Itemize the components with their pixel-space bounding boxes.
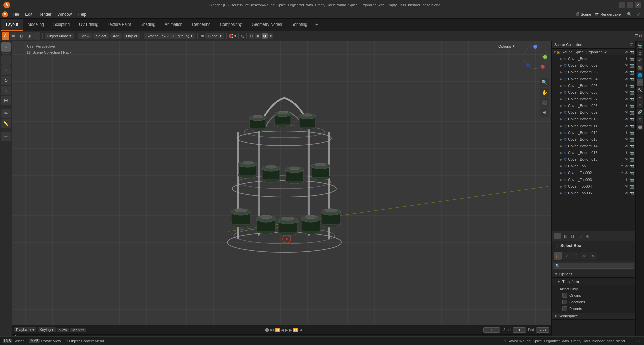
outliner-item-10[interactable]: ▶ ▽ Cover_Bottom011 👁📷 (552, 122, 635, 129)
tab-compositing[interactable]: Compositing (215, 19, 247, 31)
playback-menu-btn[interactable]: Playback ▾ (14, 327, 36, 332)
workspace-section-header[interactable]: ▼ Workspace (552, 313, 635, 320)
snap-magnet-icon[interactable]: 🧲 (229, 34, 234, 38)
cam-16[interactable]: 📷 (629, 164, 634, 168)
outliner-root-item[interactable]: ▼ ▣ Round_Spice_Organizer_w 👁 📷 (552, 49, 635, 55)
eye-17[interactable]: 👁 (624, 171, 629, 175)
cam-9[interactable]: 📷 (629, 117, 634, 121)
jump-end-btn[interactable]: ⏭ (299, 328, 303, 332)
select-extra-icon-btn[interactable]: ⊗ (589, 252, 597, 260)
outliner-item-14[interactable]: ▶ ▽ Cover_Bottom015 👁📷 (552, 149, 635, 156)
outliner-item-4[interactable]: ▶ ▽ Cover_Bottom005 👁📷 (552, 82, 635, 89)
add-menu-btn[interactable]: Add (110, 33, 122, 39)
constraints-props-icon[interactable]: 🔗 (637, 109, 643, 115)
next-frame-btn[interactable]: ▶ (289, 328, 292, 332)
eye-15[interactable]: 👁 (624, 157, 629, 162)
gizmo-z-label[interactable]: Z (534, 44, 537, 48)
props-layout-icon[interactable]: ⊞ (554, 233, 561, 239)
tab-scripting[interactable]: Scripting (287, 19, 312, 31)
annotate-tool-btn[interactable]: ✏ (1, 109, 11, 118)
plugin-btn[interactable]: RetopoFlow 3.2.6 (github) ▾ (144, 33, 195, 39)
rotate-tool-btn[interactable]: ↻ (1, 76, 11, 85)
select-menu-btn[interactable]: Select (93, 33, 109, 39)
eye-18[interactable]: 👁 (624, 178, 629, 182)
close-button[interactable]: ✕ (635, 2, 641, 8)
outliner-item-6[interactable]: ▶ ▽ Cover_Bottom007 👁📷 (552, 96, 635, 102)
viewport[interactable]: User Perspective (1) Scene Collection | … (12, 41, 551, 325)
cam-17[interactable]: 📷 (629, 171, 634, 175)
physics-props-icon[interactable]: ⚛ (637, 101, 643, 108)
menu-render[interactable]: Render (36, 11, 54, 17)
props-icon1[interactable]: ◧ (562, 233, 569, 239)
end-frame-input[interactable] (536, 327, 549, 333)
minimize-button[interactable]: ─ (619, 2, 625, 8)
cam-1[interactable]: 📷 (629, 63, 634, 68)
cam-5[interactable]: 📷 (629, 90, 634, 95)
outliner-item-19[interactable]: ▶ ▽ Cover_Top004 👁📷 (552, 183, 635, 190)
material-props-icon[interactable]: ⬤ (637, 124, 643, 130)
eye-3[interactable]: 👁 (624, 77, 629, 81)
scale-tool-btn[interactable]: ⤡ (1, 86, 11, 95)
eye-14[interactable]: 👁 (624, 151, 629, 155)
cam-2[interactable]: 📷 (629, 70, 634, 75)
particles-props-icon[interactable]: ✦ (637, 94, 643, 101)
tab-rendering[interactable]: Rendering (187, 19, 215, 31)
eye-9[interactable]: 👁 (624, 117, 629, 121)
outliner-item-16[interactable]: ▶ ▽ Cover_Top ✏ 👁 📷 (552, 163, 635, 169)
tab-animation[interactable]: Animation (160, 19, 187, 31)
eye-6[interactable]: 👁 (624, 97, 629, 101)
cam-4[interactable]: 📷 (629, 84, 634, 88)
xray-toggle[interactable]: ⊡ (639, 34, 642, 38)
tab-texture-paint[interactable]: Texture Paint (103, 19, 136, 31)
props-icon4[interactable]: ▣ (584, 233, 591, 239)
outliner-item-17[interactable]: ▶ ▽ Cover_Top002 ✏ 👁📷 (552, 169, 635, 176)
gizmo-y-label[interactable]: Y (542, 55, 544, 59)
next-keyframe-btn[interactable]: ⏩ (293, 328, 298, 332)
play-btn[interactable]: ▶ (285, 328, 288, 332)
outliner-item-7[interactable]: ▶ ▽ Cover_Bottom008 👁📷 (552, 102, 635, 109)
outliner-item-20[interactable]: ▶ ▽ Cover_Top005 👁📷 (552, 190, 635, 196)
tab-modeling[interactable]: Modeling (23, 19, 49, 31)
select-lasso-icon-btn[interactable]: ⌒ (571, 252, 579, 260)
cam-12[interactable]: 📷 (629, 137, 634, 142)
scene-name[interactable]: Scene (581, 12, 591, 16)
root-cam-icon[interactable]: 📷 (629, 50, 634, 54)
outliner-item-15[interactable]: ▶ ▽ Cover_Bottom016 👁📷 (552, 156, 635, 163)
parents-checkbox[interactable] (562, 306, 567, 311)
eye-7[interactable]: 👁 (624, 104, 629, 108)
search-button[interactable]: 🔍 (625, 10, 633, 18)
props-search-input[interactable] (553, 263, 634, 269)
cam-6[interactable]: 📷 (629, 97, 634, 101)
maximize-button[interactable]: □ (627, 2, 633, 8)
outliner-item-18[interactable]: ▶ ▽ Cover_Top003 👁📷 (552, 176, 635, 183)
props-icon2[interactable]: ◨ (569, 233, 576, 239)
cam-13[interactable]: 📷 (629, 144, 634, 148)
ortho-btn[interactable]: ⊞ (540, 108, 549, 117)
eye-8[interactable]: 👁 (624, 110, 629, 115)
options-button[interactable]: Options ▾ (495, 43, 518, 49)
object-props-icon[interactable]: ⬡ (637, 79, 643, 86)
marker-menu-btn[interactable]: Marker (70, 328, 86, 332)
outliner-item-9[interactable]: ▶ ▽ Cover_Bottom010 👁📷 (552, 116, 635, 122)
blender-menu[interactable]: B (2, 11, 8, 17)
select-box-icon-btn[interactable]: ⬚ (554, 252, 562, 260)
outliner-item-5[interactable]: ▶ ▽ Cover_Bottom006 👁📷 (552, 89, 635, 96)
output-props-icon[interactable]: 🖨 (637, 50, 643, 56)
navigation-gizmo[interactable]: Z Y (522, 44, 549, 70)
start-frame-input[interactable] (513, 327, 526, 333)
eye-16[interactable]: 👁 (624, 164, 629, 168)
snap-options-icon[interactable]: ▾ (234, 34, 236, 38)
proportional-icon[interactable]: ◎ (241, 34, 244, 38)
zoom-in-btn[interactable]: 🔍 (540, 78, 549, 87)
eye-12[interactable]: 👁 (624, 137, 629, 142)
view-menu-btn[interactable]: View (78, 33, 92, 39)
outliner-item-3[interactable]: ▶ ▽ Cover_Bottom004 👁📷 (552, 76, 635, 82)
eye-4[interactable]: 👁 (624, 84, 629, 88)
add-tool-btn[interactable]: ☰ (1, 132, 11, 141)
tab-geometry-nodes[interactable]: Geometry Nodes (247, 19, 287, 31)
renderlayer-name[interactable]: RenderLayer (600, 12, 622, 16)
eye-10[interactable]: 👁 (624, 124, 629, 128)
eye-0[interactable]: 👁 (624, 57, 629, 61)
menu-file[interactable]: File (10, 11, 22, 17)
solid-btn[interactable]: ◉ (255, 33, 261, 39)
